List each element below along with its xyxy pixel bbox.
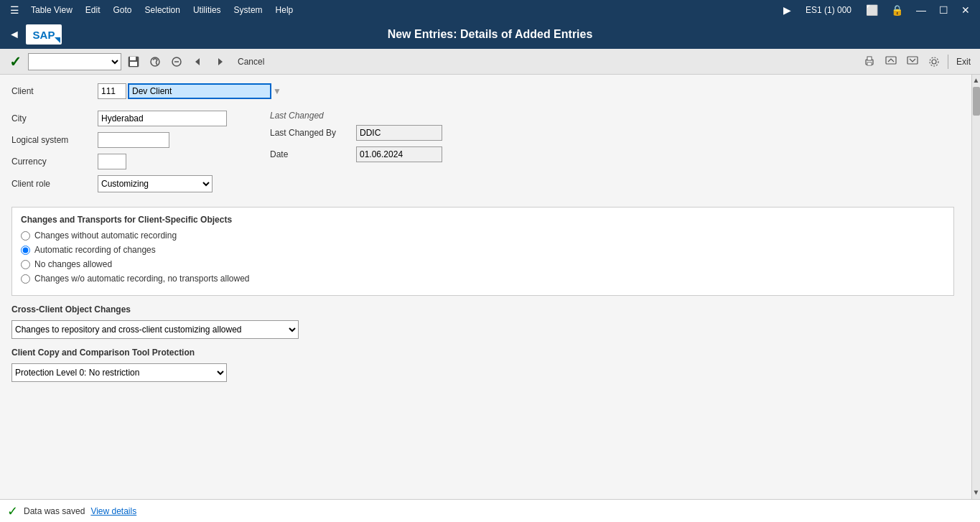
- minimize-btn[interactable]: —: [912, 4, 930, 16]
- radio-no-transports: Changes w/o automatic recording, no tran…: [21, 274, 945, 284]
- svg-rect-1: [130, 57, 136, 60]
- system-info: ES1 (1) 000: [800, 5, 857, 15]
- print-button[interactable]: [860, 54, 879, 70]
- menu-utilities[interactable]: Utilities: [187, 4, 227, 17]
- radio-auto-recording-input[interactable]: [21, 246, 30, 255]
- hamburger-icon[interactable]: ☰: [6, 3, 24, 17]
- cancel-circle-button[interactable]: [167, 54, 186, 70]
- radio-no-changes: No changes allowed: [21, 259, 945, 269]
- svg-rect-10: [867, 62, 872, 65]
- menu-system[interactable]: System: [228, 4, 269, 17]
- changes-transport-title: Changes and Transports for Client-Specif…: [21, 215, 945, 225]
- scroll-down-arrow[interactable]: ▼: [972, 487, 980, 498]
- prev-button[interactable]: [189, 54, 207, 70]
- left-fields: City Logical system Currency Client role…: [11, 111, 227, 198]
- restore-btn[interactable]: ☐: [935, 4, 953, 16]
- radio-no-transports-input[interactable]: [21, 274, 30, 284]
- currency-label: Currency: [11, 157, 98, 167]
- radio-changes-no-auto-label: Changes without automatic recording: [34, 230, 177, 241]
- last-changed-by-label: Last Changed By: [270, 128, 356, 138]
- menu-help[interactable]: Help: [270, 4, 299, 17]
- save-button[interactable]: [124, 54, 143, 70]
- menu-bar-right: ▶ ES1 (1) 000 ⬜ 🔒 — ☐ ✕: [779, 4, 974, 16]
- logical-system-label: Logical system: [11, 135, 98, 145]
- city-input[interactable]: [98, 111, 227, 126]
- cross-client-select[interactable]: Changes to repository and cross-client c…: [11, 320, 299, 339]
- svg-point-13: [932, 60, 936, 64]
- svg-marker-6: [195, 58, 200, 65]
- shortcut-button[interactable]: [146, 54, 164, 70]
- menu-edit[interactable]: Edit: [80, 4, 106, 17]
- svg-rect-12: [907, 57, 918, 64]
- sections-area: Changes and Transports for Client-Specif…: [11, 207, 954, 382]
- radio-no-changes-label: No changes allowed: [34, 259, 112, 269]
- svg-rect-2: [130, 62, 137, 66]
- currency-input[interactable]: [98, 154, 126, 169]
- date-row: Date: [270, 146, 442, 162]
- exit-button[interactable]: Exit: [953, 55, 974, 69]
- scrollbar[interactable]: ▲ ▼: [971, 75, 980, 499]
- city-row: City: [11, 111, 227, 126]
- toolbar-dropdown[interactable]: [28, 53, 121, 70]
- close-btn[interactable]: ✕: [957, 4, 974, 16]
- client-number-input[interactable]: [98, 83, 126, 99]
- cancel-button[interactable]: Cancel: [232, 55, 270, 69]
- last-changed-by-input[interactable]: [356, 125, 442, 141]
- menu-bar: ☰ Table View Edit Goto Selection Utiliti…: [0, 0, 980, 20]
- date-input[interactable]: [356, 146, 442, 162]
- lock-icon[interactable]: 🔒: [887, 4, 907, 16]
- svg-marker-7: [218, 58, 223, 65]
- client-label: Client: [11, 86, 98, 96]
- radio-changes-no-auto[interactable]: [21, 231, 30, 241]
- cross-client-section: Cross-Client Object Changes Changes to r…: [11, 304, 954, 339]
- cross-client-title: Cross-Client Object Changes: [11, 304, 954, 314]
- scroll-thumb[interactable]: [973, 87, 980, 116]
- toolbar-right: Exit: [860, 54, 974, 70]
- last-changed-header: Last Changed: [270, 111, 442, 121]
- view-details-link[interactable]: View details: [90, 506, 136, 516]
- status-bar: ✓ Data was saved View details: [0, 499, 980, 522]
- radio-no-changes-input[interactable]: [21, 260, 30, 269]
- main-content: ▲ ▼ Client ▼ City Logical system Currenc…: [0, 75, 980, 499]
- menu-goto[interactable]: Goto: [108, 4, 138, 17]
- radio-auto-recording-label: Automatic recording of changes: [34, 245, 156, 255]
- right-fields: Last Changed Last Changed By Date: [270, 111, 442, 198]
- svg-rect-11: [886, 57, 896, 64]
- last-changed-title: Last Changed: [270, 111, 324, 121]
- last-changed-by-row: Last Changed By: [270, 125, 442, 141]
- client-picker-icon[interactable]: ▼: [273, 86, 281, 96]
- title-bar: ◄ SAP New Entries: Details of Added Entr…: [0, 20, 980, 49]
- changes-transport-section: Changes and Transports for Client-Specif…: [11, 207, 954, 296]
- radio-auto-recording: Automatic recording of changes: [21, 245, 945, 255]
- menu-selection[interactable]: Selection: [139, 4, 186, 17]
- client-role-label: Client role: [11, 179, 98, 189]
- screen-icon[interactable]: ⬜: [862, 4, 882, 16]
- toolbar: ✓ Cancel Exit: [0, 49, 980, 75]
- logical-system-input[interactable]: [98, 132, 169, 148]
- expand-icon[interactable]: ▶: [779, 4, 795, 16]
- client-name-input[interactable]: [128, 83, 271, 99]
- radio-no-auto-recording: Changes without automatic recording: [21, 230, 945, 241]
- svg-point-14: [930, 57, 938, 66]
- client-copy-select[interactable]: Protection Level 0: No restriction: [11, 363, 227, 382]
- confirm-button[interactable]: ✓: [6, 51, 25, 73]
- client-copy-title: Client Copy and Comparison Tool Protecti…: [11, 348, 954, 358]
- client-copy-section: Client Copy and Comparison Tool Protecti…: [11, 348, 954, 382]
- currency-row: Currency: [11, 154, 227, 169]
- svg-rect-9: [867, 57, 872, 60]
- layout1-button[interactable]: [882, 54, 900, 70]
- city-label: City: [11, 113, 98, 123]
- city-lastchanged-area: City Logical system Currency Client role…: [11, 111, 954, 198]
- layout2-button[interactable]: [903, 54, 922, 70]
- logical-system-row: Logical system: [11, 132, 227, 148]
- settings-button[interactable]: [925, 54, 943, 70]
- toolbar-separator: [948, 55, 948, 69]
- client-role-select[interactable]: Customizing Test Production Education/Tr…: [98, 175, 213, 192]
- menu-table-view[interactable]: Table View: [25, 4, 78, 17]
- client-role-row: Client role Customizing Test Production …: [11, 175, 227, 192]
- sap-logo: SAP: [26, 24, 62, 45]
- client-row: Client ▼: [11, 83, 969, 99]
- scroll-up-arrow[interactable]: ▲: [972, 75, 980, 85]
- next-button[interactable]: [210, 54, 229, 70]
- back-button[interactable]: ◄: [6, 25, 23, 44]
